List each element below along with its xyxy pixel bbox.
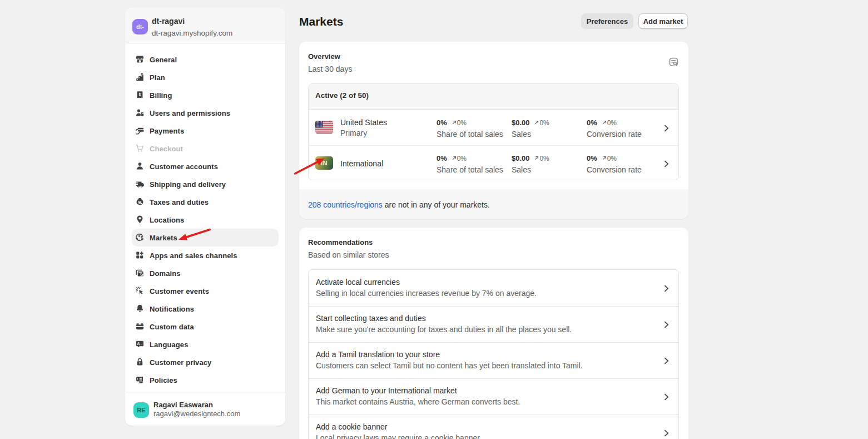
svg-text:→: → xyxy=(140,342,143,346)
